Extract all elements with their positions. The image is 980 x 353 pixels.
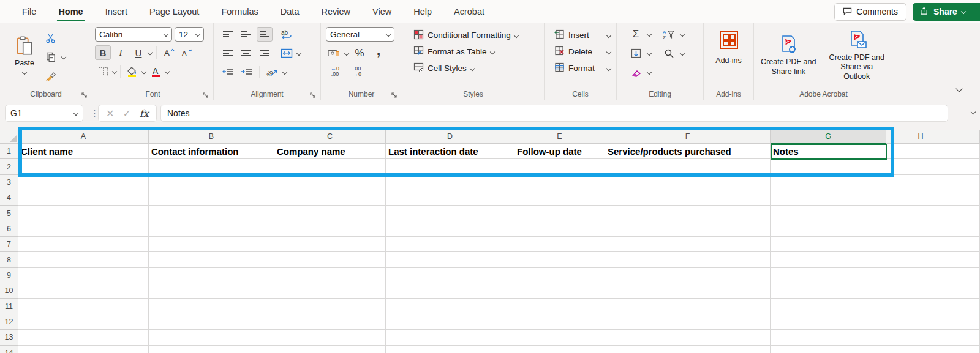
decrease-indent-button[interactable] bbox=[220, 65, 236, 80]
cut-button[interactable] bbox=[43, 31, 59, 45]
fill-color-button[interactable] bbox=[124, 64, 140, 79]
row-header-13[interactable]: 13 bbox=[0, 330, 18, 345]
borders-button[interactable] bbox=[95, 64, 111, 79]
row-header-5[interactable]: 5 bbox=[0, 206, 18, 221]
decrease-decimal-button[interactable]: .00→0 bbox=[349, 64, 365, 79]
row-header-3[interactable]: 3 bbox=[0, 175, 18, 190]
cell-D3[interactable] bbox=[386, 175, 514, 190]
find-select-button[interactable] bbox=[661, 46, 677, 61]
cell-A8[interactable] bbox=[18, 252, 149, 267]
create-pdf-share-outlook-button[interactable]: Create PDF and Share via Outlook bbox=[823, 27, 891, 84]
create-pdf-share-link-button[interactable]: Create PDF and Share link bbox=[756, 32, 821, 80]
cell-F7[interactable] bbox=[605, 237, 771, 252]
comma-style-button[interactable]: , bbox=[371, 46, 386, 61]
bold-button[interactable]: B bbox=[95, 45, 111, 60]
cell-H3[interactable] bbox=[886, 175, 956, 190]
tab-view[interactable]: View bbox=[364, 0, 400, 23]
cell-A12[interactable] bbox=[18, 314, 149, 330]
cell-E1[interactable]: Follow-up date bbox=[514, 144, 605, 159]
col-header-H[interactable]: H bbox=[886, 130, 956, 144]
format-as-table-button[interactable]: Format as Table bbox=[411, 43, 541, 60]
cell-D9[interactable] bbox=[386, 268, 514, 283]
row-header-9[interactable]: 9 bbox=[0, 268, 18, 283]
row-header-4[interactable]: 4 bbox=[0, 190, 18, 206]
row-header-7[interactable]: 7 bbox=[0, 237, 18, 252]
cell-E5[interactable] bbox=[514, 206, 605, 221]
cell-A4[interactable] bbox=[18, 190, 149, 206]
cell-C8[interactable] bbox=[274, 252, 386, 267]
cell-H10[interactable] bbox=[886, 283, 956, 299]
col-header-F[interactable]: F bbox=[605, 130, 771, 144]
cell-B13[interactable] bbox=[149, 330, 274, 345]
cell-A3[interactable] bbox=[18, 175, 149, 190]
alignment-dialog-launcher[interactable] bbox=[310, 91, 317, 98]
cell-x3[interactable] bbox=[956, 175, 980, 190]
cell-D6[interactable] bbox=[386, 221, 514, 237]
cell-F2[interactable] bbox=[605, 159, 771, 174]
cell-G10[interactable] bbox=[771, 283, 886, 299]
cell-H5[interactable] bbox=[886, 206, 956, 221]
cell-D2[interactable] bbox=[386, 159, 514, 174]
cell-E12[interactable] bbox=[514, 314, 605, 330]
insert-function-icon[interactable]: fx bbox=[140, 108, 149, 119]
tab-acrobat[interactable]: Acrobat bbox=[445, 0, 493, 23]
row-header-12[interactable]: 12 bbox=[0, 314, 18, 330]
font-color-chevron-icon[interactable] bbox=[165, 69, 170, 74]
tab-insert[interactable]: Insert bbox=[97, 0, 136, 23]
share-button[interactable]: Share bbox=[913, 3, 980, 21]
cell-G7[interactable] bbox=[771, 237, 886, 252]
fill-button[interactable] bbox=[628, 46, 644, 61]
cell-G5[interactable] bbox=[771, 206, 886, 221]
cell-B2[interactable] bbox=[149, 159, 274, 174]
collapse-ribbon-chevron-icon[interactable] bbox=[956, 85, 962, 92]
cell-H1[interactable] bbox=[886, 144, 956, 159]
cell-F14[interactable] bbox=[605, 346, 771, 353]
cell-x10[interactable] bbox=[956, 283, 980, 299]
name-box[interactable]: G1 bbox=[5, 105, 83, 122]
paste-button[interactable]: Paste bbox=[11, 34, 38, 76]
row-header-11[interactable]: 11 bbox=[0, 299, 18, 314]
cell-D1[interactable]: Last interaction date bbox=[386, 144, 514, 159]
tab-review[interactable]: Review bbox=[312, 0, 359, 23]
cell-C10[interactable] bbox=[274, 283, 386, 299]
cell-x8[interactable] bbox=[956, 252, 980, 267]
enter-icon[interactable]: ✓ bbox=[123, 108, 130, 119]
italic-button[interactable]: I bbox=[113, 45, 129, 60]
cell-B12[interactable] bbox=[149, 314, 274, 330]
cell-G4[interactable] bbox=[771, 190, 886, 206]
cell-x4[interactable] bbox=[956, 190, 980, 206]
cell-C7[interactable] bbox=[274, 237, 386, 252]
merge-center-button[interactable] bbox=[279, 46, 295, 61]
cell-x5[interactable] bbox=[956, 206, 980, 221]
cell-x13[interactable] bbox=[956, 330, 980, 345]
accounting-chevron-icon[interactable] bbox=[344, 51, 349, 56]
cell-A13[interactable] bbox=[18, 330, 149, 345]
clear-chevron-icon[interactable] bbox=[647, 70, 652, 75]
fill-chevron-icon[interactable] bbox=[647, 51, 652, 56]
row-header-14[interactable]: 14 bbox=[0, 346, 18, 353]
cell-H12[interactable] bbox=[886, 314, 956, 330]
cell-G14[interactable] bbox=[771, 346, 886, 353]
cell-G12[interactable] bbox=[771, 314, 886, 330]
cell-G1[interactable]: Notes bbox=[771, 144, 886, 159]
cell-A7[interactable] bbox=[18, 237, 149, 252]
select-all-corner[interactable] bbox=[0, 130, 18, 144]
cell-G11[interactable] bbox=[771, 299, 886, 314]
cell-styles-button[interactable]: Cell Styles bbox=[411, 60, 541, 76]
cell-C9[interactable] bbox=[274, 268, 386, 283]
row-header-8[interactable]: 8 bbox=[0, 252, 18, 267]
cell-B3[interactable] bbox=[149, 175, 274, 190]
underline-button[interactable]: U bbox=[130, 45, 146, 60]
cell-E4[interactable] bbox=[514, 190, 605, 206]
clipboard-dialog-launcher[interactable] bbox=[81, 91, 89, 98]
tab-help[interactable]: Help bbox=[405, 0, 440, 23]
cell-H13[interactable] bbox=[886, 330, 956, 345]
cell-H4[interactable] bbox=[886, 190, 956, 206]
cell-x9[interactable] bbox=[956, 268, 980, 283]
increase-indent-button[interactable] bbox=[238, 65, 254, 80]
cell-F12[interactable] bbox=[605, 314, 771, 330]
orientation-chevron-icon[interactable] bbox=[282, 70, 287, 75]
cell-H2[interactable] bbox=[886, 159, 956, 174]
cell-x14[interactable] bbox=[956, 346, 980, 353]
col-header-C[interactable]: C bbox=[274, 130, 386, 144]
